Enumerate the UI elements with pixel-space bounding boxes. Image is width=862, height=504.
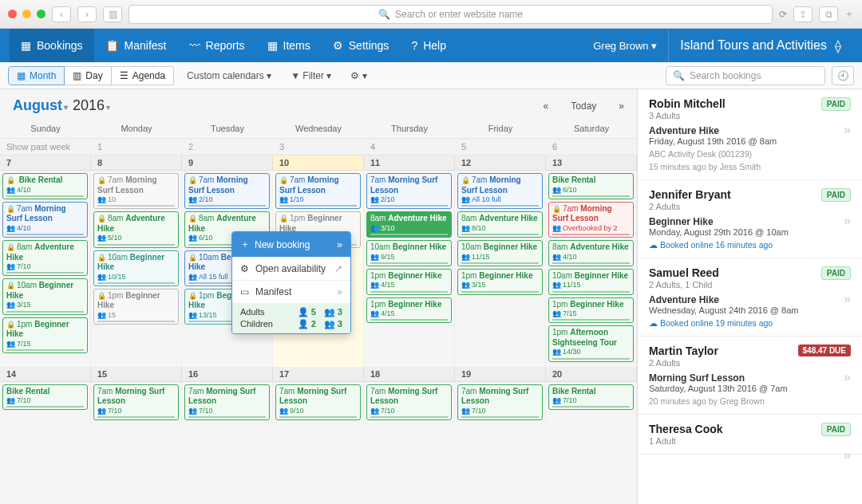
- day-cell[interactable]: Bike Rental 👥 6/10 🔒7am Morning Surf Les…: [546, 171, 637, 367]
- calendar-event[interactable]: 7am Morning Surf Lesson 👥 7/10: [184, 384, 270, 420]
- sidebar-toggle-button[interactable]: ▥: [103, 6, 122, 22]
- calendar-event[interactable]: 🔒 Bike Rental 👥 4/10: [2, 173, 88, 199]
- calendar-event[interactable]: 1pm Beginner Hike 👥 7/15: [548, 297, 634, 324]
- lock-icon: 🔒: [188, 176, 197, 184]
- filter-dropdown[interactable]: ▼ Filter ▾: [284, 67, 338, 85]
- calendar-event[interactable]: Bike Rental 👥 7/10: [548, 384, 634, 411]
- day-cell[interactable]: 🔒7am Morning Surf Lesson 👥 1/10 🔒1pm Beg…: [273, 171, 364, 367]
- lock-icon: 🔒: [6, 176, 15, 184]
- calendar-event[interactable]: 🔒1pm Beginner Hike 👥 15: [93, 289, 179, 325]
- calendar-event[interactable]: 🔒7am Morning Surf Lesson 👥 10: [93, 173, 179, 209]
- brand-label[interactable]: Island Tours and Activities ⟠: [668, 29, 852, 62]
- day-cell[interactable]: 🔒 Bike Rental 👥 4/10 🔒7am Morning Surf L…: [0, 171, 91, 367]
- minimize-window-icon[interactable]: [22, 10, 31, 18]
- clipboard-icon: ▭: [240, 286, 249, 297]
- nav-items[interactable]: ▦ Items: [256, 29, 322, 62]
- calendar-event[interactable]: 8am Adventure Hike 👥 8/10: [457, 211, 543, 238]
- calendar-event[interactable]: 7am Morning Surf Lesson 👥 2/10: [366, 173, 452, 209]
- view-day-button[interactable]: ▥ Day: [65, 66, 111, 85]
- people-icon: 👥: [188, 195, 197, 204]
- search-bookings-input[interactable]: 🔍 Search bookings: [666, 66, 825, 85]
- nav-bookings[interactable]: ▦ Bookings: [10, 29, 94, 62]
- booking-datetime: Wednesday, August 24th 2016 @ 8am: [649, 305, 851, 315]
- booking-card[interactable]: PAID Theresa Cook 1 Adult »: [638, 415, 862, 455]
- reload-icon[interactable]: ⟳: [779, 9, 787, 20]
- history-button[interactable]: 🕘: [832, 66, 854, 85]
- booking-card[interactable]: PAID Samuel Reed 2 Adults, 1 Child Adven…: [638, 258, 862, 337]
- calendar-event[interactable]: 🔒7am Morning Surf Lesson 👥 All 10 full: [457, 173, 543, 209]
- calendar-event[interactable]: 1pm Beginner Hike 👥 3/15: [457, 269, 543, 295]
- view-month-button[interactable]: ▦ Month: [8, 66, 65, 85]
- calendar-event[interactable]: 1pm Beginner Hike 👥 4/15: [366, 269, 452, 295]
- close-window-icon[interactable]: [8, 10, 17, 18]
- custom-calendars-dropdown[interactable]: Custom calendars ▾: [180, 67, 278, 85]
- calendar-event[interactable]: 8am Adventure Hike 👥 4/10: [548, 240, 634, 266]
- calendar-event[interactable]: 10am Beginner Hike 👥 11/15: [548, 269, 634, 295]
- user-menu[interactable]: Greg Brown ▾: [582, 40, 668, 52]
- calendar-event[interactable]: 🔒8am Adventure Hike 👥 5/10: [93, 211, 179, 247]
- next-period-button[interactable]: »: [619, 100, 624, 112]
- open-availability-menu-item[interactable]: ⚙ Open availability ↗: [232, 257, 350, 280]
- calendar-event[interactable]: 🔒7am Morning Surf Lesson 👥 2/10: [184, 173, 270, 209]
- calendar-event[interactable]: 10am Beginner Hike 👥 9/15: [366, 240, 452, 266]
- calendar-event[interactable]: 🔒10am Beginner Hike 👥 3/15: [2, 278, 88, 314]
- manifest-menu-item[interactable]: ▭ Manifest »: [232, 280, 350, 303]
- day-cell[interactable]: 7am Morning Surf Lesson 👥 7/10: [91, 382, 182, 425]
- calendar-event[interactable]: 1pm Afternoon Sightseeing Tour 👥 14/30: [548, 325, 634, 361]
- maximize-window-icon[interactable]: [37, 10, 45, 18]
- calendar-event[interactable]: 7am Morning Surf Lesson 👥 7/10: [93, 384, 179, 420]
- day-cell[interactable]: 7am Morning Surf Lesson 👥 7/10: [364, 382, 455, 425]
- calendar-event[interactable]: 🔒1pm Beginner Hike 👥 7/15: [2, 317, 88, 353]
- calendar-event[interactable]: 8am Adventure Hike 👥 3/10: [366, 211, 452, 238]
- day-cell[interactable]: 7am Morning Surf Lesson 👥 7/10: [182, 382, 273, 425]
- view-agenda-button[interactable]: ☰ Agenda: [112, 66, 174, 85]
- calendar-event[interactable]: 7am Morning Surf Lesson 👥 9/10: [275, 384, 361, 420]
- calendar-event[interactable]: 🔒7am Morning Surf Lesson 👥 4/10: [2, 202, 88, 238]
- calendar-event[interactable]: 1pm Beginner Hike 👥 4/15: [366, 297, 452, 324]
- new-tab-button[interactable]: ＋: [844, 7, 854, 21]
- share-button[interactable]: ⇪: [793, 6, 813, 22]
- calendar-event[interactable]: 10am Beginner Hike 👥 11/15: [457, 240, 543, 266]
- month-picker[interactable]: August▾: [13, 97, 68, 114]
- calendar-event[interactable]: Bike Rental 👥 6/10: [548, 173, 634, 199]
- calendar-event[interactable]: 7am Morning Surf Lesson 👥 7/10: [457, 384, 543, 420]
- prev-period-button[interactable]: «: [544, 100, 549, 112]
- grid-icon: ▦: [267, 39, 278, 52]
- calendar-event[interactable]: 🔒10am Beginner Hike 👥 10/15: [93, 250, 179, 286]
- day-cell[interactable]: 7am Morning Surf Lesson 👥 2/10 8am Adven…: [364, 171, 455, 367]
- nav-settings[interactable]: ⚙ Settings: [322, 29, 401, 62]
- year-picker[interactable]: 2016▾: [73, 97, 110, 114]
- brand-icon: ⟠: [835, 38, 841, 53]
- tabs-button[interactable]: ⧉: [819, 6, 838, 22]
- day-cell[interactable]: Bike Rental 👥 7/10: [546, 382, 637, 425]
- address-bar[interactable]: 🔍 Search or enter website name: [129, 5, 773, 24]
- calendar-event[interactable]: 🔒7am Morning Surf Lesson 👥 Overbooked by…: [548, 202, 634, 238]
- booking-card[interactable]: $48.47 DUE Martin Taylor 2 Adults Mornin…: [638, 337, 862, 415]
- back-button[interactable]: ‹: [52, 6, 71, 22]
- search-icon: 🔍: [673, 70, 685, 81]
- calendar-header: August▾ 2016▾ « Today »: [0, 89, 637, 119]
- booking-card[interactable]: PAID Jennifer Bryant 2 Adults Beginner H…: [638, 180, 862, 258]
- nav-manifest[interactable]: 📋 Manifest: [94, 29, 178, 62]
- calendar-event[interactable]: Bike Rental 👥 7/10: [2, 384, 88, 411]
- day-cell[interactable]: 7am Morning Surf Lesson 👥 7/10: [455, 382, 546, 425]
- calendar-event[interactable]: 7am Morning Surf Lesson 👥 7/10: [366, 384, 452, 420]
- new-booking-menu-item[interactable]: ＋ New booking »: [232, 232, 350, 257]
- calendar-event[interactable]: 🔒8am Adventure Hike 👥 7/10: [2, 240, 88, 276]
- nav-reports[interactable]: 〰 Reports: [178, 29, 256, 62]
- day-cell[interactable]: 7am Morning Surf Lesson 👥 9/10: [273, 382, 364, 425]
- event-context-menu: ＋ New booking » ⚙ Open availability ↗ ▭ …: [231, 231, 351, 334]
- people-icon: 👥: [461, 407, 470, 415]
- gear-icon: ⚙: [240, 263, 249, 274]
- forward-button[interactable]: ›: [77, 6, 97, 22]
- day-cell[interactable]: 🔒7am Morning Surf Lesson 👥 10 🔒8am Adven…: [91, 171, 182, 367]
- today-button[interactable]: Today: [563, 98, 604, 114]
- past-week-row[interactable]: Show past week 1 2 3 4 5 6: [0, 139, 637, 156]
- calendar-event[interactable]: 🔒7am Morning Surf Lesson 👥 1/10: [275, 173, 361, 209]
- day-cell[interactable]: 🔒7am Morning Surf Lesson 👥 All 10 full 8…: [455, 171, 546, 367]
- gear-dropdown[interactable]: ⚙ ▾: [344, 67, 373, 85]
- people-icon: 👥: [552, 186, 561, 195]
- nav-help[interactable]: ? Help: [400, 29, 457, 62]
- booking-card[interactable]: PAID Robin Mitchell 3 Adults Adventure H…: [638, 89, 862, 180]
- day-cell[interactable]: Bike Rental 👥 7/10: [0, 382, 91, 425]
